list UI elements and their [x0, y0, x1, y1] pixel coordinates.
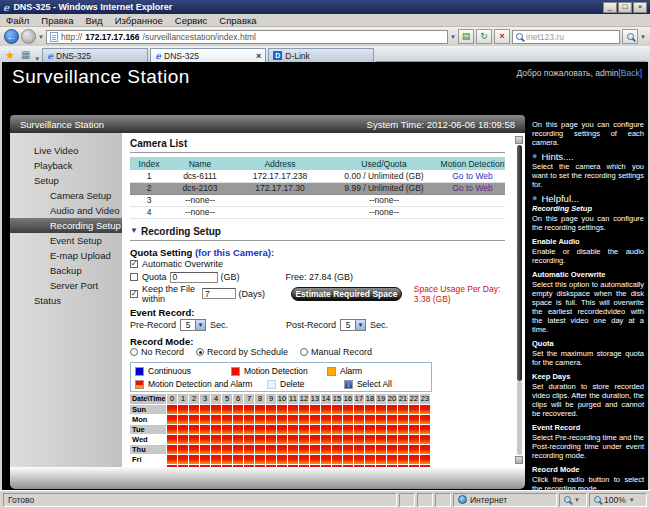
- schedule-cell-mon-6[interactable]: [233, 415, 243, 424]
- schedule-cell-wed-8[interactable]: [255, 435, 265, 444]
- address-dropdown-icon[interactable]: ▼: [450, 34, 456, 40]
- estimate-required-space-button[interactable]: Estimate Required Space: [291, 287, 402, 301]
- sidebar-item-event-setup[interactable]: Event Setup: [10, 233, 122, 248]
- schedule-cell-thu-1[interactable]: [178, 445, 188, 454]
- schedule-cell-wed-5[interactable]: [222, 435, 232, 444]
- schedule-cell-sun-7[interactable]: [244, 405, 254, 414]
- schedule-cell-thu-12[interactable]: [299, 445, 309, 454]
- schedule-cell-tue-22[interactable]: [409, 425, 419, 434]
- schedule-cell-thu-5[interactable]: [222, 445, 232, 454]
- schedule-cell-thu-10[interactable]: [277, 445, 287, 454]
- legend-motion-and-alarm[interactable]: Motion Detection and Alarm: [135, 379, 231, 389]
- schedule-hour-10[interactable]: 10: [277, 394, 287, 404]
- schedule-cell-sun-14[interactable]: [321, 405, 331, 414]
- back-button[interactable]: ←: [4, 29, 19, 44]
- camera-row-3[interactable]: 3 --none-- --none--: [130, 194, 505, 206]
- schedule-cell-wed-4[interactable]: [211, 435, 221, 444]
- schedule-cell-sun-19[interactable]: [376, 405, 386, 414]
- tab-dns325-2-active[interactable]: e DNS-325 ×: [150, 48, 266, 62]
- schedule-cell-wed-15[interactable]: [332, 435, 342, 444]
- schedule-cell-thu-20[interactable]: [387, 445, 397, 454]
- schedule-cell-thu-4[interactable]: [211, 445, 221, 454]
- menu-item-tools[interactable]: Сервис: [175, 15, 208, 26]
- schedule-hour-2[interactable]: 2: [189, 394, 199, 404]
- sidebar-item-status[interactable]: Status: [10, 293, 122, 308]
- content-scrollbar[interactable]: [515, 136, 523, 464]
- schedule-cell-mon-4[interactable]: [211, 415, 221, 424]
- schedule-cell-fri-7[interactable]: [244, 455, 254, 464]
- schedule-cell-wed-12[interactable]: [299, 435, 309, 444]
- schedule-cell-mon-10[interactable]: [277, 415, 287, 424]
- schedule-cell-sun-18[interactable]: [365, 405, 375, 414]
- legend-motion-detection[interactable]: Motion Detection: [231, 366, 327, 376]
- schedule-cell-sun-13[interactable]: [310, 405, 320, 414]
- schedule-cell-mon-0[interactable]: [167, 415, 177, 424]
- schedule-cell-tue-4[interactable]: [211, 425, 221, 434]
- menu-item-favorites[interactable]: Избранное: [115, 15, 163, 26]
- schedule-cell-mon-9[interactable]: [266, 415, 276, 424]
- schedule-cell-fri-5[interactable]: [222, 455, 232, 464]
- schedule-cell-thu-0[interactable]: [167, 445, 177, 454]
- schedule-cell-thu-13[interactable]: [310, 445, 320, 454]
- schedule-cell-tue-9[interactable]: [266, 425, 276, 434]
- schedule-cell-wed-22[interactable]: [409, 435, 419, 444]
- schedule-cell-tue-18[interactable]: [365, 425, 375, 434]
- schedule-hour-21[interactable]: 21: [398, 394, 408, 404]
- schedule-cell-tue-19[interactable]: [376, 425, 386, 434]
- schedule-cell-tue-17[interactable]: [354, 425, 364, 434]
- schedule-cell-mon-7[interactable]: [244, 415, 254, 424]
- schedule-cell-fri-2[interactable]: [189, 455, 199, 464]
- quick-tabs-icon[interactable]: ▦: [19, 48, 32, 62]
- menu-item-help[interactable]: Справка: [219, 15, 256, 26]
- schedule-cell-fri-4[interactable]: [211, 455, 221, 464]
- schedule-cell-tue-10[interactable]: [277, 425, 287, 434]
- schedule-cell-thu-14[interactable]: [321, 445, 331, 454]
- schedule-cell-thu-7[interactable]: [244, 445, 254, 454]
- go-to-web-link[interactable]: Go to Web: [452, 183, 492, 193]
- legend-continuous[interactable]: Continuous: [135, 366, 231, 376]
- menu-item-view[interactable]: Вид: [85, 15, 102, 26]
- schedule-cell-tue-23[interactable]: [420, 425, 430, 434]
- schedule-cell-sun-9[interactable]: [266, 405, 276, 414]
- pre-record-select[interactable]: 5 ▼: [180, 319, 206, 331]
- schedule-cell-fri-15[interactable]: [332, 455, 342, 464]
- schedule-cell-wed-6[interactable]: [233, 435, 243, 444]
- schedule-cell-mon-19[interactable]: [376, 415, 386, 424]
- legend-select-all[interactable]: ↓Select All: [344, 379, 427, 389]
- schedule-cell-tue-14[interactable]: [321, 425, 331, 434]
- schedule-cell-mon-23[interactable]: [420, 415, 430, 424]
- schedule-hour-11[interactable]: 11: [288, 394, 298, 404]
- schedule-cell-wed-11[interactable]: [288, 435, 298, 444]
- schedule-cell-sun-15[interactable]: [332, 405, 342, 414]
- schedule-cell-thu-23[interactable]: [420, 445, 430, 454]
- schedule-cell-fri-11[interactable]: [288, 455, 298, 464]
- schedule-cell-tue-12[interactable]: [299, 425, 309, 434]
- close-button[interactable]: ×: [633, 2, 647, 13]
- radio-manual-record[interactable]: Manual Record: [300, 347, 372, 357]
- schedule-cell-fri-6[interactable]: [233, 455, 243, 464]
- schedule-cell-mon-8[interactable]: [255, 415, 265, 424]
- schedule-cell-tue-15[interactable]: [332, 425, 342, 434]
- schedule-cell-tue-1[interactable]: [178, 425, 188, 434]
- schedule-cell-mon-3[interactable]: [200, 415, 210, 424]
- schedule-hour-9[interactable]: 9: [266, 394, 276, 404]
- maximize-button[interactable]: □: [618, 2, 632, 13]
- search-input[interactable]: inet123.ru: [512, 30, 620, 44]
- schedule-hour-16[interactable]: 16: [343, 394, 353, 404]
- schedule-cell-mon-20[interactable]: [387, 415, 397, 424]
- schedule-cell-sun-16[interactable]: [343, 405, 353, 414]
- minimize-button[interactable]: _: [603, 2, 617, 13]
- schedule-hour-12[interactable]: 12: [299, 394, 309, 404]
- schedule-cell-fri-14[interactable]: [321, 455, 331, 464]
- radio-record-by-schedule[interactable]: Record by Schedule: [196, 347, 288, 357]
- schedule-cell-wed-17[interactable]: [354, 435, 364, 444]
- scrollbar-thumb[interactable]: [517, 145, 522, 381]
- camera-row-4[interactable]: 4 --none-- --none--: [130, 206, 505, 218]
- radio-no-record[interactable]: No Record: [130, 347, 184, 357]
- schedule-cell-fri-9[interactable]: [266, 455, 276, 464]
- schedule-cell-mon-17[interactable]: [354, 415, 364, 424]
- sidebar-item-backup[interactable]: Backup: [10, 263, 122, 278]
- scrollbar-track[interactable]: [517, 381, 522, 455]
- schedule-cell-wed-23[interactable]: [420, 435, 430, 444]
- schedule-cell-sun-20[interactable]: [387, 405, 397, 414]
